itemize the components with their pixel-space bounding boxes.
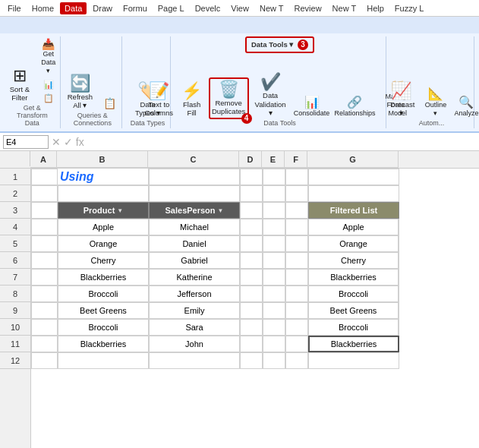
menu-developer[interactable]: Develc <box>191 2 225 14</box>
cell-f4[interactable] <box>285 219 308 235</box>
cell-e11[interactable] <box>263 336 285 352</box>
menu-formula[interactable]: Formu <box>118 2 152 14</box>
cell-b8-broccoli[interactable]: Broccoli <box>58 286 149 302</box>
cell-f2[interactable] <box>285 185 308 202</box>
cell-b1[interactable]: Using <box>58 169 149 185</box>
cell-c3-salesperson-header[interactable]: SalesPerson ▼ <box>149 202 240 219</box>
cell-b5-orange[interactable]: Orange <box>58 235 149 252</box>
cell-c10-sara[interactable]: Sara <box>149 319 240 336</box>
cell-a2[interactable] <box>31 185 58 202</box>
cell-f8[interactable] <box>285 286 308 302</box>
cell-a4[interactable] <box>31 219 58 235</box>
cell-g2[interactable] <box>308 185 399 202</box>
cell-g6-cherry-filtered[interactable]: Cherry <box>308 252 399 269</box>
cell-b2[interactable] <box>58 185 149 202</box>
cell-g9-beet-greens-filtered[interactable]: Beet Greens <box>308 302 399 319</box>
remove-duplicates-button[interactable]: 🗑️ RemoveDuplicates 4 <box>209 77 249 120</box>
cell-c11-john[interactable]: John <box>149 336 240 352</box>
cell-d2[interactable] <box>240 185 263 202</box>
menu-newtab2[interactable]: New T <box>328 2 361 14</box>
recent-sources-button[interactable]: 📋 <box>37 92 60 104</box>
cell-f1[interactable] <box>285 169 308 185</box>
cell-d9[interactable] <box>240 302 263 319</box>
cell-c5-daniel[interactable]: Daniel <box>149 235 240 252</box>
cell-f3[interactable] <box>285 202 308 219</box>
cell-d8[interactable] <box>240 286 263 302</box>
cell-d7[interactable] <box>240 269 263 286</box>
cell-e10[interactable] <box>263 319 285 336</box>
cell-e8[interactable] <box>263 286 285 302</box>
cell-g12[interactable] <box>308 352 399 369</box>
refresh-all-button[interactable]: 🔄 RefreshAll ▾ <box>65 73 96 112</box>
from-table-button[interactable]: 📊 <box>37 78 60 90</box>
cell-f5[interactable] <box>285 235 308 252</box>
cell-f12[interactable] <box>285 352 308 369</box>
relationships-button[interactable]: 🔗 Relationships <box>333 94 377 120</box>
forecast-button[interactable]: 📈 Forecast ▾ <box>383 80 419 120</box>
cell-b3-product-header[interactable]: Product ▼ <box>58 202 149 219</box>
cell-c6-gabriel[interactable]: Gabriel <box>149 252 240 269</box>
cell-a1[interactable] <box>31 169 58 185</box>
menu-home[interactable]: Home <box>27 2 58 14</box>
cell-e5[interactable] <box>263 235 285 252</box>
data-validation-button[interactable]: ✔️ DataValidation ▾ <box>251 71 291 119</box>
cell-b11-blackberries2[interactable]: Blackberries <box>58 336 149 352</box>
cell-a9[interactable] <box>31 302 58 319</box>
get-data-button[interactable]: 📥 GetData ▾ <box>37 36 60 77</box>
cell-a3[interactable] <box>31 202 58 219</box>
menu-newtab1[interactable]: New T <box>255 2 288 14</box>
cell-g7-blackberries-filtered[interactable]: Blackberries <box>308 269 399 286</box>
cell-d6[interactable] <box>240 252 263 269</box>
cell-d11[interactable] <box>240 336 263 352</box>
cell-c9-emily[interactable]: Emily <box>149 302 240 319</box>
cell-c8-jefferson[interactable]: Jefferson <box>149 286 240 302</box>
menu-review[interactable]: Review <box>290 2 326 14</box>
cell-a7[interactable] <box>31 269 58 286</box>
cell-e4[interactable] <box>263 219 285 235</box>
cell-b6-cherry[interactable]: Cherry <box>58 252 149 269</box>
cell-b10-broccoli2[interactable]: Broccoli <box>58 319 149 336</box>
formula-input[interactable] <box>87 135 476 149</box>
product-filter-arrow[interactable]: ▼ <box>117 207 123 214</box>
cell-c7-katherine[interactable]: Katherine <box>149 269 240 286</box>
cell-b9-beet-greens[interactable]: Beet Greens <box>58 302 149 319</box>
cell-e3[interactable] <box>263 202 285 219</box>
cell-b4-apple[interactable]: Apple <box>58 219 149 235</box>
menu-help[interactable]: Help <box>362 2 389 14</box>
cell-a5[interactable] <box>31 235 58 252</box>
cell-f7[interactable] <box>285 269 308 286</box>
cell-c4-michael[interactable]: Michael <box>149 219 240 235</box>
cell-b7-blackberries[interactable]: Blackberries <box>58 269 149 286</box>
cell-d5[interactable] <box>240 235 263 252</box>
cell-g1[interactable] <box>308 169 399 185</box>
cell-f10[interactable] <box>285 319 308 336</box>
cell-a10[interactable] <box>31 319 58 336</box>
menu-fuzzylookup[interactable]: Fuzzy L <box>390 2 429 14</box>
flash-fill-button[interactable]: ⚡ FlashFill <box>177 80 207 120</box>
analyze-button[interactable]: 🔍 Analyze <box>453 94 479 120</box>
sort-filter-button[interactable]: ⊞ Sort &Filter <box>5 65 35 105</box>
consolidate-button[interactable]: 📊 Consolidate <box>292 94 332 120</box>
salesperson-filter-arrow[interactable]: ▼ <box>218 207 224 214</box>
menu-view[interactable]: View <box>226 2 254 14</box>
cell-d4[interactable] <box>240 219 263 235</box>
cell-c12[interactable] <box>149 352 240 369</box>
cell-a12[interactable] <box>31 352 58 369</box>
cell-g11-blackberries2-filtered[interactable]: Blackberries <box>308 336 399 352</box>
cell-b12[interactable] <box>58 352 149 369</box>
cell-e2[interactable] <box>263 185 285 202</box>
cell-c2[interactable] <box>149 185 240 202</box>
cell-a8[interactable] <box>31 286 58 302</box>
cell-e1[interactable] <box>263 169 285 185</box>
cell-f6[interactable] <box>285 252 308 269</box>
queries-connections-button[interactable]: 📋 <box>98 96 121 112</box>
cell-e12[interactable] <box>263 352 285 369</box>
cell-c1[interactable] <box>149 169 240 185</box>
cell-a11[interactable] <box>31 336 58 352</box>
cell-g4-apple-filtered[interactable]: Apple <box>308 219 399 235</box>
cell-d3[interactable] <box>240 202 263 219</box>
menu-draw[interactable]: Draw <box>88 2 117 14</box>
cell-d12[interactable] <box>240 352 263 369</box>
cell-f9[interactable] <box>285 302 308 319</box>
menu-data[interactable]: Data <box>60 2 87 14</box>
